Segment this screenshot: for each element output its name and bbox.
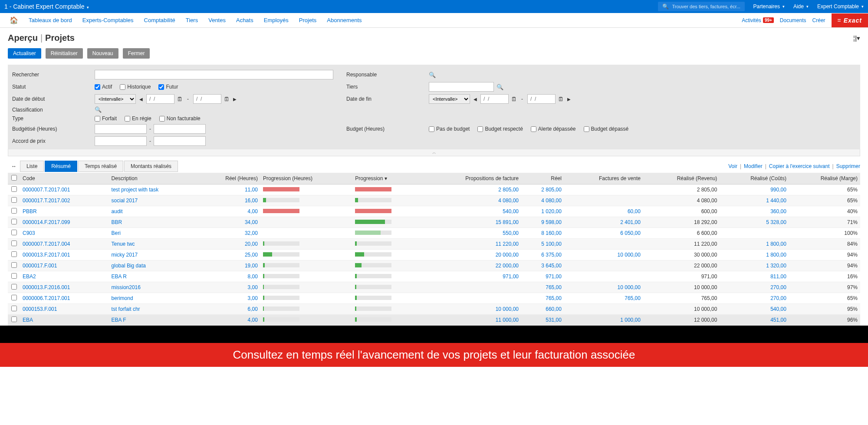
depasse-checkbox[interactable]: Budget dépassé [584,126,629,132]
col-progression[interactable]: Progression ▾ [352,173,423,184]
prop-cell[interactable]: 971,00 [423,271,521,282]
date-fin-to[interactable] [527,94,556,104]
date-fin-from[interactable] [480,94,509,104]
code-link[interactable]: 0000007.T.2017.001 [23,187,70,193]
row-checkbox[interactable] [11,251,17,257]
voir-link[interactable]: Voir [728,163,737,169]
company-selector[interactable]: 1 - Cabinet Expert Comptable [4,3,89,10]
col-reel[interactable]: Réel [521,173,564,184]
desc-link[interactable]: audit [112,208,123,214]
prop-cell[interactable] [423,293,521,304]
calendar-icon[interactable]: 🗓 [177,96,183,102]
calendar-icon[interactable]: 🗓 [511,96,517,102]
fermer-button[interactable]: Fermer [123,48,150,59]
reel-cell[interactable]: 531,00 [521,315,564,326]
actif-checkbox[interactable]: Actif [95,84,112,90]
collapse-filter-icon[interactable]: ︿ [8,149,860,156]
desc-link[interactable]: Beri [112,230,121,236]
couts-cell[interactable]: 360,00 [720,206,789,217]
code-link[interactable]: 0000017.T.2017.002 [23,198,70,204]
reinitialiser-button[interactable]: Réinitialiser [46,48,83,59]
budgetise-from[interactable] [95,124,147,134]
nav-achats[interactable]: Achats [231,17,259,23]
tab-liste[interactable]: Liste [20,161,44,172]
code-link[interactable]: 0000013.F.2016.001 [23,284,70,290]
date-debut-next-icon[interactable]: ▶ [232,97,237,102]
heures-cell[interactable]: 11,00 [197,184,260,195]
desc-link[interactable]: mission2016 [112,284,141,290]
fact-cell[interactable] [564,260,643,271]
reel-cell[interactable]: 765,00 [521,282,564,293]
desc-link[interactable]: micky 2017 [112,252,138,258]
table-row[interactable]: C903Beri32,00550,008 160,006 050,006 600… [8,228,860,239]
accord-to[interactable] [154,136,206,146]
fact-cell[interactable]: 10 000,00 [564,250,643,260]
code-link[interactable]: 0000006.T.2017.001 [23,295,70,301]
prop-cell[interactable]: 11 220,00 [423,239,521,250]
fact-cell[interactable]: 60,00 [564,206,643,217]
row-checkbox[interactable] [11,295,17,300]
date-debut-from[interactable] [146,94,174,104]
fact-cell[interactable]: 765,00 [564,293,643,304]
nav-ventes[interactable]: Ventes [203,17,231,23]
couts-cell[interactable]: 270,00 [720,293,789,304]
desc-link[interactable]: EBA F [112,317,126,323]
reel-cell[interactable]: 1 020,00 [521,206,564,217]
row-checkbox[interactable] [11,219,17,224]
date-fin-next-icon[interactable]: ▶ [566,97,572,102]
reel-cell[interactable]: 8 160,00 [521,228,564,239]
prop-cell[interactable]: 550,00 [423,228,521,239]
global-search[interactable]: 🔍 [658,2,745,11]
fact-cell[interactable]: 2 401,00 [564,217,643,228]
row-checkbox[interactable] [11,241,17,246]
table-row[interactable]: 0000006.T.2017.001berimond3,00765,00765,… [8,293,860,304]
date-fin-prev-icon[interactable]: ◀ [473,97,478,102]
date-debut-prev-icon[interactable]: ◀ [138,97,144,102]
couts-cell[interactable]: 1 800,00 [720,250,789,260]
table-row[interactable]: 0000017.F.001global Big data19,0022 000,… [8,260,860,271]
pas-budget-checkbox[interactable]: Pas de budget [429,126,470,132]
prop-cell[interactable]: 2 805,00 [423,184,521,195]
fact-cell[interactable] [564,195,643,206]
row-checkbox[interactable] [11,186,17,192]
historique-checkbox[interactable]: Historique [120,84,151,90]
col-description[interactable]: Description [109,173,197,184]
fact-cell[interactable] [564,239,643,250]
nav-activites[interactable]: Activités [742,17,761,23]
fact-cell[interactable] [564,304,643,315]
desc-link[interactable]: test project with task [112,187,159,193]
heures-cell[interactable]: 32,00 [197,228,260,239]
table-row[interactable]: 0000017.T.2017.002social 201716,004 080,… [8,195,860,206]
nav-tableaux[interactable]: Tableaux de bord [23,17,77,23]
table-row[interactable]: 0000007.T.2017.001test project with task… [8,184,860,195]
non-facturable-checkbox[interactable]: Non facturable [159,115,201,122]
nav-comptabilite[interactable]: Comptabilité [139,17,181,23]
row-checkbox[interactable] [11,197,17,203]
supprimer-link[interactable]: Supprimer [836,163,860,169]
couts-cell[interactable]: 1 800,00 [720,239,789,250]
reel-cell[interactable]: 2 805,00 [521,184,564,195]
col-couts[interactable]: Réalisé (Coûts) [720,173,789,184]
code-link[interactable]: EBA [23,317,33,323]
search-input[interactable] [672,4,740,9]
prop-cell[interactable]: 20 000,00 [423,250,521,260]
col-revenu[interactable]: Réalisé (Revenu) [643,173,720,184]
couts-cell[interactable] [720,228,789,239]
budgetise-to[interactable] [154,124,206,134]
reel-cell[interactable]: 971,00 [521,271,564,282]
couts-cell[interactable]: 5 328,00 [720,217,789,228]
heures-cell[interactable]: 16,00 [197,195,260,206]
couts-cell[interactable]: 540,00 [720,304,789,315]
couts-cell[interactable]: 811,00 [720,271,789,282]
heures-cell[interactable]: 3,00 [197,293,260,304]
partenaires-menu[interactable]: Partenaires [753,3,785,10]
copier-link[interactable]: Copier à l'exercice suivant [769,163,830,169]
rechercher-input[interactable] [95,70,333,79]
reel-cell[interactable]: 765,00 [521,293,564,304]
code-link[interactable]: EBA2 [23,273,36,280]
reel-cell[interactable]: 3 645,00 [521,260,564,271]
reel-cell[interactable]: 9 598,00 [521,217,564,228]
fact-cell[interactable]: 1 000,00 [564,315,643,326]
actualiser-button[interactable]: Actualiser [8,48,41,59]
row-checkbox[interactable] [11,208,17,214]
